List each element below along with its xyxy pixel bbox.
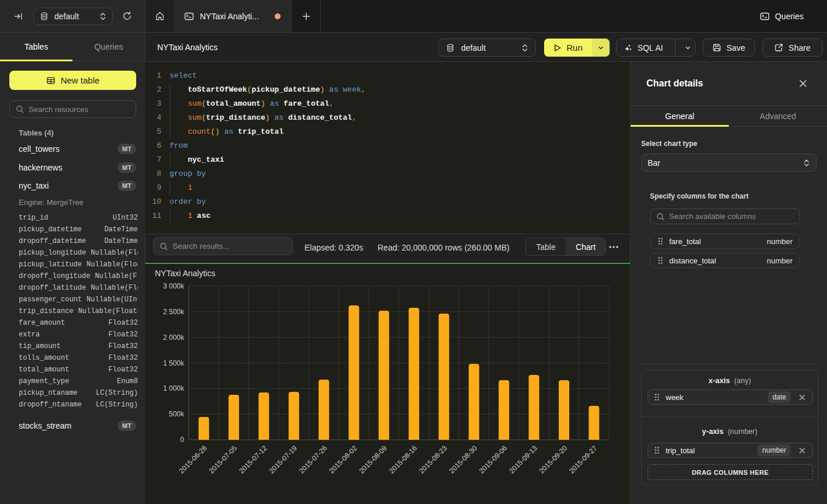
svg-text:2015-06-28: 2015-06-28 — [178, 444, 209, 475]
svg-text:500k: 500k — [169, 410, 185, 418]
svg-text:3 000k: 3 000k — [163, 282, 185, 290]
svg-text:2015-08-30: 2015-08-30 — [448, 444, 479, 475]
svg-text:2015-09-27: 2015-09-27 — [568, 444, 599, 475]
svg-text:0: 0 — [180, 436, 184, 444]
svg-text:1 000k: 1 000k — [163, 384, 185, 392]
svg-text:2015-09-13: 2015-09-13 — [507, 444, 539, 475]
svg-text:1 500k: 1 500k — [163, 359, 185, 367]
svg-text:2015-08-09: 2015-08-09 — [358, 444, 389, 475]
svg-text:2015-07-19: 2015-07-19 — [268, 444, 299, 475]
svg-text:2015-09-06: 2015-09-06 — [477, 444, 509, 475]
svg-text:2015-08-16: 2015-08-16 — [387, 444, 419, 475]
svg-text:2015-08-02: 2015-08-02 — [327, 444, 359, 475]
svg-text:2015-08-23: 2015-08-23 — [417, 444, 449, 475]
svg-text:2015-09-20: 2015-09-20 — [538, 444, 569, 475]
svg-text:2015-07-12: 2015-07-12 — [237, 444, 269, 475]
svg-text:2015-07-26: 2015-07-26 — [297, 444, 329, 475]
svg-text:2015-07-05: 2015-07-05 — [207, 444, 239, 475]
svg-text:2 000k: 2 000k — [163, 333, 185, 342]
svg-text:2 500k: 2 500k — [163, 308, 185, 316]
